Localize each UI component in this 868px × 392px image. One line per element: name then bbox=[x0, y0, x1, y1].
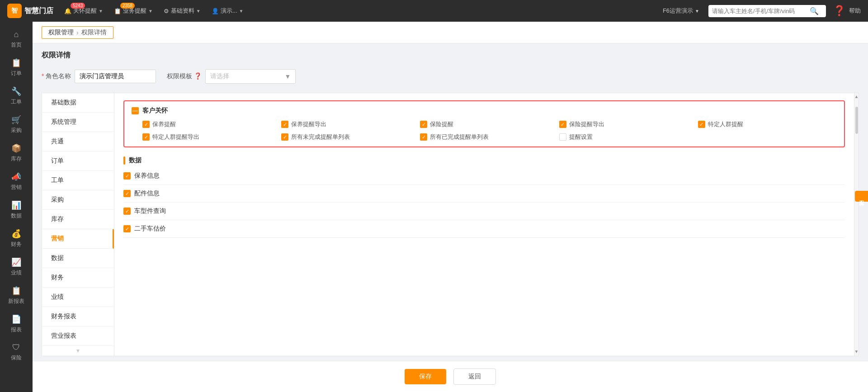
sidebar-item-label: 采购 bbox=[11, 127, 22, 134]
performance-icon: 📈 bbox=[11, 257, 21, 267]
sidebar-item-label: 新报表 bbox=[8, 298, 24, 305]
template-label: 权限模板 ❓ bbox=[167, 72, 202, 80]
label-specific-export: 特定人群提醒导出 bbox=[152, 133, 199, 141]
role-field: * 角色名称 bbox=[42, 70, 156, 83]
insurance-icon: 🛡 bbox=[12, 343, 20, 352]
perm-sidebar-item-basic[interactable]: 基础数据 bbox=[42, 93, 114, 113]
sidebar-item-workorder[interactable]: 🔧 工单 bbox=[0, 82, 33, 110]
customer-care-section: — 客户关怀 保养提醒 保养提醒导出 bbox=[123, 100, 845, 147]
checkbox-data-parts[interactable] bbox=[123, 190, 131, 197]
sidebar-item-newreport[interactable]: 📋 新报表 bbox=[0, 281, 33, 310]
checkbox-specific-group[interactable] bbox=[698, 121, 705, 128]
sidebar-item-label: 业绩 bbox=[11, 269, 22, 277]
perm-sidebar-item-biz-report[interactable]: 营业报表 bbox=[42, 326, 114, 346]
checkbox-maintenance-export[interactable] bbox=[281, 121, 288, 128]
checkbox-maintenance-reminder[interactable] bbox=[142, 121, 150, 128]
purchase-icon: 🛒 bbox=[11, 115, 21, 125]
checkbox-insurance-reminder[interactable] bbox=[420, 121, 427, 128]
page-title: 权限详情 bbox=[42, 51, 859, 60]
checkbox-data-used-car[interactable] bbox=[123, 225, 131, 232]
checkbox-specific-export[interactable] bbox=[142, 133, 150, 141]
checkbox-data-maintenance[interactable] bbox=[123, 172, 131, 179]
perm-sidebar-item-fin-report[interactable]: 财务报表 bbox=[42, 307, 114, 326]
chevron-down-icon2: ▼ bbox=[148, 9, 153, 14]
perm-sidebar-item-system[interactable]: 系统管理 bbox=[42, 113, 114, 132]
template-label-text: 权限模板 bbox=[167, 72, 192, 80]
help-text[interactable]: 帮助 bbox=[849, 7, 861, 15]
doc-icon: 📋 bbox=[114, 8, 121, 14]
data-section-header: 数据 bbox=[123, 156, 845, 165]
care-reminder-btn[interactable]: 🔔 关怀提醒 5243 ▼ bbox=[61, 0, 107, 22]
search-input[interactable] bbox=[712, 8, 807, 14]
sidebar-item-insurance[interactable]: 🛡 保险 bbox=[0, 338, 33, 366]
label-maintenance-reminder: 保养提醒 bbox=[152, 120, 176, 128]
basic-data-btn[interactable]: ⚙ 基础资料 ▼ bbox=[160, 0, 204, 22]
perm-scrollbar[interactable]: ▲ ▼ bbox=[854, 93, 859, 356]
perm-sidebar-item-performance[interactable]: 业绩 bbox=[42, 288, 114, 307]
f6-btn[interactable]: F6运营演示 ▼ bbox=[657, 7, 705, 15]
template-dropdown-arrow: ▼ bbox=[284, 73, 291, 80]
care-badge: 5243 bbox=[71, 3, 85, 9]
checkbox-reminder-settings[interactable] bbox=[559, 133, 566, 141]
perm-sidebar-item-common[interactable]: 共通 bbox=[42, 132, 114, 151]
sidebar-item-inventory[interactable]: 📦 库存 bbox=[0, 139, 33, 167]
left-sidebar: ⌂ 首页 📋 订单 🔧 工单 🛒 采购 📦 库存 📣 营销 📊 数据 💰 bbox=[0, 22, 33, 392]
sidebar-item-home[interactable]: ⌂ 首页 bbox=[0, 25, 33, 53]
float-customer-service-btn[interactable]: 人工客服 bbox=[855, 191, 868, 202]
collapse-icon[interactable]: — bbox=[132, 107, 139, 114]
scroll-up-btn[interactable]: ▲ bbox=[854, 94, 859, 99]
sidebar-scroll-down[interactable]: ▼ bbox=[42, 346, 114, 356]
perm-sidebar-item-finance[interactable]: 财务 bbox=[42, 268, 114, 288]
perm-sidebar-item-workorder[interactable]: 工单 bbox=[42, 171, 114, 190]
sidebar-item-order[interactable]: 📋 订单 bbox=[0, 53, 33, 82]
perm-sidebar-item-order[interactable]: 订单 bbox=[42, 151, 114, 171]
scrollbar-thumb[interactable] bbox=[855, 107, 858, 134]
save-button[interactable]: 保存 bbox=[405, 369, 446, 384]
app-logo[interactable]: 智 智慧门店 bbox=[7, 4, 53, 18]
user-btn[interactable]: 👤 演示... ▼ bbox=[208, 0, 247, 22]
sidebar-item-marketing[interactable]: 📣 营销 bbox=[0, 167, 33, 196]
finance-icon: 💰 bbox=[11, 229, 21, 239]
inventory-icon: 📦 bbox=[11, 143, 21, 153]
sidebar-item-finance[interactable]: 💰 财务 bbox=[0, 224, 33, 253]
sidebar-item-report[interactable]: 📄 报表 bbox=[0, 310, 33, 338]
newreport-icon: 📋 bbox=[11, 286, 21, 296]
sidebar-item-performance[interactable]: 📈 业绩 bbox=[0, 253, 33, 281]
scroll-down-btn[interactable]: ▼ bbox=[854, 349, 859, 354]
care-items-row1: 保养提醒 保养提醒导出 保险提醒 bbox=[142, 120, 837, 128]
checkbox-incomplete-list[interactable] bbox=[281, 133, 288, 141]
gear-icon: ⚙ bbox=[164, 8, 169, 14]
business-reminder-btn[interactable]: 📋 业务提醒 2358 ▼ bbox=[110, 0, 156, 22]
search-box[interactable]: 🔍 bbox=[708, 5, 826, 17]
report-icon: 📄 bbox=[11, 314, 21, 324]
template-select[interactable]: 请选择 ▼ bbox=[205, 69, 296, 84]
sidebar-item-label: 财务 bbox=[11, 241, 22, 248]
checkbox-complete-list[interactable] bbox=[420, 133, 427, 141]
sidebar-item-data[interactable]: 📊 数据 bbox=[0, 196, 33, 224]
label-reminder-settings: 提醒设置 bbox=[569, 133, 593, 141]
data-section-title: 数据 bbox=[129, 156, 142, 165]
checkbox-data-vehicle-query[interactable] bbox=[123, 208, 131, 215]
help-icon[interactable]: ❓ bbox=[833, 5, 845, 17]
sidebar-item-purchase[interactable]: 🛒 采购 bbox=[0, 110, 33, 139]
checkbox-insurance-export[interactable] bbox=[559, 121, 566, 128]
bottom-bar: 保存 返回 bbox=[33, 361, 868, 392]
perm-sidebar-item-inventory[interactable]: 库存 bbox=[42, 210, 114, 229]
perm-sidebar-item-purchase[interactable]: 采购 bbox=[42, 190, 114, 210]
sidebar-item-label: 工单 bbox=[11, 98, 22, 106]
perm-item-insurance-reminder: 保险提醒 bbox=[420, 120, 559, 128]
home-icon: ⌂ bbox=[14, 30, 19, 39]
logo-icon: 智 bbox=[7, 4, 22, 18]
label-insurance-export: 保险提醒导出 bbox=[569, 120, 604, 128]
perm-sidebar-item-data[interactable]: 数据 bbox=[42, 249, 114, 268]
cancel-button[interactable]: 返回 bbox=[453, 368, 496, 385]
perm-sidebar-item-marketing[interactable]: 营销 bbox=[42, 229, 114, 249]
breadcrumb-parent[interactable]: 权限管理 bbox=[48, 28, 74, 37]
role-name-input[interactable] bbox=[75, 70, 156, 83]
label-data-used-car: 二手车估价 bbox=[134, 225, 166, 233]
user-icon: 👤 bbox=[212, 8, 219, 14]
template-help-icon[interactable]: ❓ bbox=[194, 72, 202, 80]
role-label-text: 角色名称 bbox=[46, 72, 71, 80]
chevron-down-icon: ▼ bbox=[99, 9, 103, 14]
sidebar-item-label: 保险 bbox=[11, 354, 22, 362]
